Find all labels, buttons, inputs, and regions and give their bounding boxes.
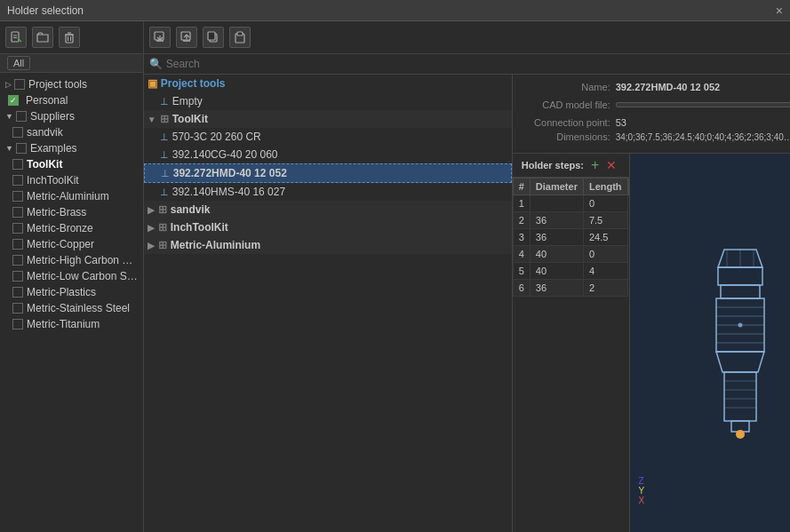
table-row: 5 40 4	[513, 263, 628, 280]
left-tree-item-personal[interactable]: ✓ Personal	[0, 92, 143, 108]
cad-label: CAD model file:	[522, 99, 610, 110]
copy-button[interactable]	[203, 27, 224, 48]
checkbox-examples[interactable]	[16, 143, 27, 154]
cell-diameter: 40	[530, 246, 583, 263]
left-tree-item-sandvik[interactable]: sandvik	[0, 124, 143, 140]
checkbox-metric-bronze[interactable]	[12, 223, 23, 234]
right-content: ▣ Project tools ⊥ Empty ▼ ⊞ ToolKit ⊥ 57…	[144, 75, 790, 532]
svg-rect-18	[237, 32, 243, 36]
axis-y-label: Y	[639, 486, 645, 496]
rtree-item-sandvik[interactable]: ▶ ⊞ sandvik	[144, 201, 512, 218]
checkbox-metric-high-carbon[interactable]	[12, 255, 23, 266]
search-input[interactable]	[166, 58, 790, 70]
detail-info: Name: 392.272HMD-40 12 052 CAD model fil…	[513, 75, 790, 154]
checkbox-toolkit[interactable]	[12, 159, 23, 170]
left-tree-item-metric-titanium[interactable]: Metric-Titanium	[0, 316, 143, 332]
expand-icon: ▼	[5, 112, 13, 121]
rtree-item-project-tools[interactable]: ▣ Project tools	[144, 75, 512, 92]
right-panel-top: 🔍	[144, 21, 790, 75]
rtree-item-392-272hmd[interactable]: ⊥ 392.272HMD-40 12 052	[144, 163, 512, 183]
cell-num: 5	[513, 263, 530, 280]
cell-length: 4	[583, 263, 627, 280]
steps-table: # Diameter Length 1	[513, 178, 629, 297]
search-bar: 🔍	[144, 54, 790, 75]
expand-icon: ▷	[5, 80, 12, 89]
left-tree-item-project-tools[interactable]: ▷ Project tools	[0, 76, 143, 92]
left-tree-item-metric-brass[interactable]: Metric-Brass	[0, 204, 143, 220]
search-icon: 🔍	[149, 58, 163, 70]
close-button[interactable]: ×	[776, 4, 783, 18]
cell-length: 0	[583, 195, 627, 212]
checkbox-metric-copper[interactable]	[12, 239, 23, 250]
cell-length: 7.5	[583, 212, 627, 229]
detail-steps-area: Name: 392.272HMD-40 12 052 CAD model fil…	[513, 75, 790, 532]
checkbox-metric-plastics[interactable]	[12, 287, 23, 298]
checkbox-metric-aluminium[interactable]	[12, 191, 23, 202]
cell-diameter: 36	[530, 212, 583, 229]
delete-step-button[interactable]: ✕	[606, 158, 617, 172]
window-title: Holder selection	[7, 4, 84, 17]
left-tree-item-examples[interactable]: ▼ Examples	[0, 140, 143, 156]
svg-rect-0	[12, 32, 19, 42]
checkbox-inchtoolkit[interactable]	[12, 175, 23, 186]
checkbox-metric-stainless[interactable]	[12, 303, 23, 314]
cell-num: 2	[513, 212, 530, 229]
right-panel: 🔍 ▣ Project tools ⊥ Empty ▼ ⊞	[144, 21, 790, 532]
checkbox-metric-brass[interactable]	[12, 207, 23, 218]
3d-canvas: Z Y X	[630, 154, 790, 532]
left-tree-item-toolkit[interactable]: ToolKit	[0, 156, 143, 172]
cell-num: 4	[513, 246, 530, 263]
left-panel: All ▷ Project tools ✓ Personal ▼ Supplie…	[0, 21, 144, 532]
grid-icon: ⊞	[158, 221, 167, 234]
left-tree-item-metric-stainless[interactable]: Metric-Stainless Steel	[0, 300, 143, 316]
connection-label: Connection point:	[522, 117, 610, 128]
import-down-button[interactable]	[149, 27, 171, 48]
cad-value[interactable]	[616, 102, 790, 107]
rtree-item-metric-al[interactable]: ▶ ⊞ Metric-Aluminium	[144, 236, 512, 254]
rtree-item-392-140cg[interactable]: ⊥ 392.140CG-40 20 060	[144, 146, 512, 163]
left-tree-item-metric-high-carbon[interactable]: Metric-High Carbon …	[0, 252, 143, 268]
cell-length: 0	[583, 246, 627, 263]
new-button[interactable]	[5, 27, 27, 48]
table-row: 4 40 0	[513, 246, 628, 263]
left-tree-item-metric-copper[interactable]: Metric-Copper	[0, 236, 143, 252]
rtree-item-empty[interactable]: ⊥ Empty	[144, 92, 512, 110]
connection-value: 53	[616, 117, 790, 128]
col-num: #	[513, 179, 530, 195]
rtree-item-toolkit-group[interactable]: ▼ ⊞ ToolKit	[144, 110, 512, 128]
dimensions-row: Dimensions: 34;0;36;7.5;36;24.5;40;0;40;…	[522, 131, 790, 142]
title-bar: Holder selection ×	[0, 0, 790, 21]
checkbox-metric-low-carbon[interactable]	[12, 271, 23, 282]
left-tree-item-metric-low-carbon[interactable]: Metric-Low Carbon S…	[0, 268, 143, 284]
add-step-button[interactable]: +	[591, 157, 599, 173]
group-expand-icon-inch: ▶	[148, 223, 155, 233]
left-tree-item-suppliers[interactable]: ▼ Suppliers	[0, 108, 143, 124]
checkbox-project-tools[interactable]	[14, 79, 25, 90]
left-tree-item-metric-aluminium[interactable]: Metric-Aluminium	[0, 188, 143, 204]
svg-rect-21	[721, 285, 760, 298]
steps-label: Holder steps:	[522, 160, 584, 171]
dimensions-value: 34;0;36;7.5;36;24.5;40;0;40;4;36;2;36;3;…	[616, 132, 790, 142]
right-toolbar	[144, 21, 790, 54]
axis-z-label: Z	[639, 476, 645, 486]
group-expand-icon-metal-al: ▶	[148, 241, 155, 250]
checkbox-suppliers[interactable]	[16, 111, 27, 122]
rtree-item-inchtoolkit[interactable]: ▶ ⊞ InchToolKit	[144, 218, 512, 236]
rtree-item-392-140hms[interactable]: ⊥ 392.140HMS-40 16 027	[144, 183, 512, 201]
cell-diameter: 36	[530, 229, 583, 246]
delete-button[interactable]	[59, 27, 80, 48]
left-tree-item-metric-bronze[interactable]: Metric-Bronze	[0, 220, 143, 236]
checkbox-metric-titanium[interactable]	[12, 319, 23, 330]
name-row: Name: 392.272HMD-40 12 052	[522, 82, 790, 92]
paste-button[interactable]	[229, 27, 251, 48]
left-tree-item-metric-plastics[interactable]: Metric-Plastics	[0, 284, 143, 300]
rtree-item-570[interactable]: ⊥ 570-3C 20 260 CR	[144, 128, 512, 146]
checkbox-sandvik[interactable]	[12, 127, 23, 138]
checkbox-personal[interactable]: ✓	[8, 95, 19, 106]
left-tree-item-inchtoolkit[interactable]: InchToolKit	[0, 172, 143, 188]
holder-icon: ⊥	[160, 96, 169, 107]
folder-button[interactable]	[32, 27, 53, 48]
cell-diameter: 40	[530, 263, 583, 280]
cell-length: 24.5	[583, 229, 627, 246]
export-down-button[interactable]	[176, 27, 197, 48]
